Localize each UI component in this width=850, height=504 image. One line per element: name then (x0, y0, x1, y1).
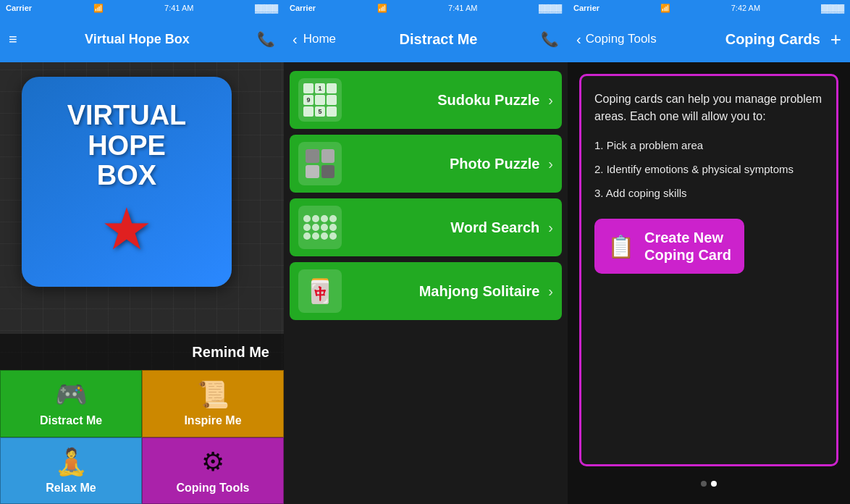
coping-list-item-2: 2. Identify emotions & physical symptoms (594, 159, 823, 179)
settings-icon[interactable]: ≡ (9, 31, 17, 48)
battery-2: ▓▓▓▓ (539, 4, 562, 12)
photo-label: Photo Puzzle (350, 156, 539, 172)
battery-3: ▓▓▓▓ (821, 4, 844, 12)
time-1: 7:41 AM (164, 4, 193, 12)
tile-coping[interactable]: ⚙ Coping Tools (142, 437, 284, 505)
relax-label: Relax Me (46, 482, 96, 495)
back-label-3[interactable]: Coping Tools (586, 32, 657, 46)
menu-item-photo[interactable]: Photo Puzzle › (290, 135, 562, 193)
time-2: 7:41 AM (448, 4, 477, 12)
app-title: Virtual Hope Box (85, 32, 190, 47)
vhb-badge: VIRTUALHOPEBOX ★ (22, 77, 232, 287)
tile-relax[interactable]: 🧘 Relax Me (0, 437, 142, 505)
carrier-3: Carrier (573, 4, 599, 12)
sudoku-icon: 1 9 5 (298, 78, 342, 122)
dot-1 (701, 481, 707, 487)
relax-icon: 🧘 (55, 447, 88, 477)
carrier-2: Carrier (290, 4, 316, 12)
coping-icon: ⚙ (201, 447, 224, 477)
wifi-icon-2: 📶 (377, 4, 387, 13)
star-icon: ★ (101, 196, 153, 263)
wifi-icon-3: 📶 (660, 4, 670, 13)
distract-icon: 🎮 (55, 379, 88, 410)
coping-card-box: Coping cards can help you manage problem… (579, 74, 838, 466)
inspire-label: Inspire Me (184, 414, 241, 427)
create-card-icon: 📋 (607, 234, 634, 259)
remind-me-bar: Remind Me (0, 334, 284, 370)
battery-1: ▓▓▓▓ (255, 4, 278, 12)
back-arrow-2[interactable]: ‹ (293, 31, 298, 48)
phone-icon-2[interactable]: 📞 (541, 30, 559, 48)
word-search-icon (298, 206, 342, 249)
back-arrow-3[interactable]: ‹ (576, 31, 581, 48)
menu-item-mahjong[interactable]: 🀄 Mahjong Solitaire › (290, 262, 562, 320)
nav-bar-3: ‹ Coping Tools Coping Cards + (568, 16, 850, 62)
distract-label: Distract Me (40, 414, 102, 427)
phone-icon-1[interactable]: 📞 (257, 30, 275, 48)
create-new-coping-card-button[interactable]: 📋 Create NewCoping Card (594, 219, 744, 274)
panel3-body: Coping cards can help you manage problem… (568, 62, 850, 504)
plus-icon[interactable]: + (830, 28, 841, 51)
photo-puzzle-icon (298, 142, 342, 185)
time-3: 7:42 AM (731, 4, 760, 12)
panel-virtual-hope-box: Carrier 📶 7:41 AM ▓▓▓▓ ≡ Virtual Hope Bo… (0, 0, 284, 504)
inspire-icon: 📜 (197, 379, 230, 410)
badge-text: VIRTUALHOPEBOX (67, 101, 187, 191)
wifi-icon-1: 📶 (93, 4, 104, 13)
menu-item-sudoku[interactable]: 1 9 5 Sudoku Puzzle › (290, 71, 562, 129)
chevron-photo: › (548, 156, 553, 172)
create-btn-label: Create NewCoping Card (644, 229, 731, 264)
nav-bar-2: ‹ Home Distract Me 📞 (284, 16, 568, 62)
tile-inspire[interactable]: 📜 Inspire Me (142, 370, 284, 437)
chevron-word: › (548, 219, 553, 236)
tiles-grid: 🎮 Distract Me 📜 Inspire Me 🧘 Relax Me ⚙ … (0, 370, 284, 504)
carrier-1: Carrier (6, 4, 32, 12)
dot-2 (711, 481, 717, 487)
sudoku-label: Sudoku Puzzle (350, 92, 539, 109)
status-bar-1: Carrier 📶 7:41 AM ▓▓▓▓ (0, 0, 284, 16)
remind-me-label: Remind Me (192, 344, 269, 361)
coping-list-item-3: 3. Add coping skills (594, 183, 823, 203)
coping-label: Coping Tools (176, 482, 249, 495)
chevron-sudoku: › (548, 92, 553, 109)
panel2-body: 1 9 5 Sudoku Puzzle › (284, 62, 568, 504)
panel-coping-cards: Carrier 📶 7:42 AM ▓▓▓▓ ‹ Coping Tools Co… (568, 0, 850, 504)
status-bar-2: Carrier 📶 7:41 AM ▓▓▓▓ (284, 0, 568, 16)
coping-list-item-1: 1. Pick a problem area (594, 135, 823, 155)
status-bar-3: Carrier 📶 7:42 AM ▓▓▓▓ (568, 0, 850, 16)
tile-distract[interactable]: 🎮 Distract Me (0, 370, 142, 437)
page-dots (579, 475, 838, 492)
panel2-title: Distract Me (342, 31, 535, 48)
panel-distract-me: Carrier 📶 7:41 AM ▓▓▓▓ ‹ Home Distract M… (284, 0, 568, 504)
coping-list: 1. Pick a problem area 2. Identify emoti… (594, 135, 823, 203)
coping-intro: Coping cards can help you manage problem… (594, 91, 823, 125)
menu-item-word[interactable]: Word Search › (290, 198, 562, 256)
chevron-mahjong: › (548, 283, 553, 300)
mahjong-label: Mahjong Solitaire (350, 283, 539, 300)
back-label-2[interactable]: Home (303, 32, 336, 46)
panel1-body: VIRTUALHOPEBOX ★ Remind Me 🎮 Distract Me… (0, 62, 284, 504)
nav-bar-1: ≡ Virtual Hope Box 📞 (0, 16, 284, 62)
mahjong-icon: 🀄 (298, 269, 342, 313)
word-label: Word Search (350, 219, 539, 236)
panel3-title: Coping Cards (661, 31, 820, 48)
